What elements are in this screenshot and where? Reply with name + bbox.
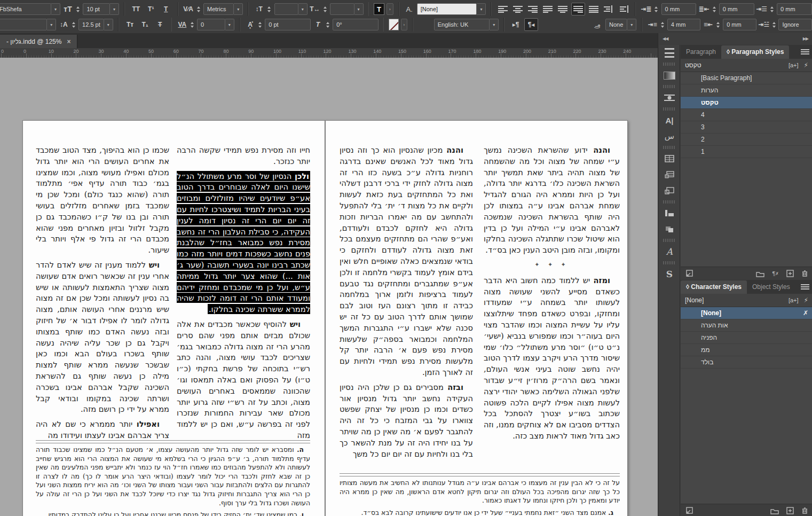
footnote[interactable]: על זה כי לא הבין ענין זה מעצמו כי אברהם … <box>340 479 620 505</box>
middle-east-text-panel-icon[interactable]: س <box>659 128 680 144</box>
style-row-selected[interactable]: טקסט <box>681 97 812 109</box>
style-row[interactable]: 2 <box>681 134 812 146</box>
leading-value[interactable]: 12.5 pt <box>78 19 104 30</box>
style-row[interactable]: [Basic Paragraph] <box>681 72 812 84</box>
text-column[interactable]: והנה מכיון שהנסיון הוא כך וזה נסיון גדול… <box>340 145 473 475</box>
new-style-group-icon[interactable] <box>756 270 764 277</box>
align-left-button[interactable] <box>496 3 509 15</box>
justify-last-left-button[interactable] <box>541 3 554 15</box>
last-line-indent-stepper[interactable] <box>715 19 721 30</box>
character-panel-icon[interactable]: A| <box>659 112 680 128</box>
tab-object-styles[interactable]: Object Styles <box>747 280 795 294</box>
paragraph[interactable]: ויש ללמוד מענין זה שיש לאדם להדר אחרי ענ… <box>36 260 169 415</box>
kerning-value[interactable]: Metrics <box>203 3 234 15</box>
align-right-button[interactable] <box>526 3 539 15</box>
kashida-value[interactable]: None <box>605 19 627 30</box>
horizontal-scale-stepper[interactable] <box>322 4 328 14</box>
chevron-down-icon[interactable]: ▾ <box>354 3 364 15</box>
align-away-spine-button[interactable] <box>617 3 630 15</box>
chevron-down-icon[interactable]: ▾ <box>47 19 56 30</box>
font-size-combo[interactable]: 10 pt ▾ <box>83 3 119 15</box>
create-new-style-icon[interactable] <box>786 270 794 277</box>
style-row[interactable]: הפניה <box>681 332 812 344</box>
font-family-combo[interactable]: FbShefa ▾ <box>0 3 60 15</box>
vertical-scale-value[interactable] <box>274 3 298 15</box>
font-family-value[interactable]: FbShefa <box>0 3 51 15</box>
panel-menu-icon[interactable] <box>801 284 809 290</box>
chevron-down-icon[interactable]: ▾ <box>298 3 308 15</box>
language-combo[interactable]: English: UK ▾ <box>434 19 499 30</box>
baseline-shift-value[interactable]: 0 pt <box>265 19 310 30</box>
collapse-dock-icon[interactable]: ◀◀ <box>663 36 668 41</box>
paragraph-styles-panel-icon[interactable] <box>659 205 680 221</box>
footnote[interactable]: ג. אמנם מצד השני ״זאת נחמתי בעניי״ שעל י… <box>340 509 620 516</box>
panel-collapse-icon[interactable]: ◊ <box>727 48 730 56</box>
load-styles-icon[interactable] <box>685 507 693 515</box>
chevron-down-icon[interactable]: ▾ <box>234 3 243 15</box>
paragraph[interactable]: והנה ידוע שהשראת השכינה נמשך ע״י שמחה של… <box>484 145 620 256</box>
font-style-value[interactable] <box>0 19 47 30</box>
panel-grip[interactable] <box>663 107 676 111</box>
chevron-down-icon[interactable]: ▾ <box>110 3 119 15</box>
horizontal-scale-combo[interactable]: ▾ <box>330 3 363 15</box>
paragraph[interactable]: חייו וזה מסירת נפש תמידי שקשה הרבה יותר … <box>177 145 310 167</box>
fill-color-swatch[interactable]: T <box>374 3 384 15</box>
tab-paragraph-styles[interactable]: ◊ Paragraph Styles <box>721 45 789 59</box>
text-column[interactable]: שכמו כן הוא בהיפוך, מצד הטוב שמכבד את אח… <box>36 145 169 439</box>
same-style-spacing-value[interactable]: Ignore <box>778 19 812 30</box>
create-new-style-icon[interactable] <box>786 507 794 514</box>
panel-menu-icon[interactable] <box>801 49 809 55</box>
first-line-indent-value[interactable]: 4 mm <box>667 19 701 30</box>
expand-dock-icon[interactable]: ▶▶ <box>803 36 808 41</box>
stroke-expand-button[interactable]: › <box>401 19 408 30</box>
paragraph[interactable]: ואפילו יותר מממרא כי שם לא היה צריך אברה… <box>36 419 169 439</box>
stroke-color-swatch[interactable] <box>389 19 398 30</box>
same-style-spacing-stepper[interactable] <box>771 19 777 30</box>
chevron-down-icon[interactable]: ▾ <box>51 3 60 15</box>
style-row-selected[interactable]: [None]✗ <box>681 307 812 319</box>
style-row[interactable]: בולד <box>681 356 812 369</box>
object-styles-panel-icon[interactable] <box>659 221 680 237</box>
pasteboard[interactable]: חייו וזה מסירת נפש תמידי שקשה הרבה יותר … <box>0 58 658 516</box>
tracking-value[interactable]: 0 <box>197 19 225 30</box>
rtl-paragraph-button[interactable]: ¶◂ <box>524 18 538 31</box>
space-before-stepper[interactable] <box>769 4 775 14</box>
chevron-down-icon[interactable]: ▾ <box>627 19 636 30</box>
footnotes[interactable]: על זה כי לא הבין ענין זה מעצמו כי אברהם … <box>340 479 620 516</box>
skew-stepper[interactable] <box>326 19 331 30</box>
panel-grip[interactable] <box>663 261 676 264</box>
swatches-panel-icon[interactable]: S <box>659 266 680 282</box>
skew-value[interactable]: 0° <box>333 19 378 30</box>
left-indent-stepper[interactable] <box>653 4 659 14</box>
right-indent-value[interactable]: 0 mm <box>719 3 754 15</box>
paragraph[interactable]: ויש להוסיף שכאשר מכבדים את אלה שכולם מבז… <box>177 319 310 439</box>
panel-grip[interactable] <box>663 239 676 242</box>
table-panel-icon[interactable] <box>659 151 680 167</box>
tab-character-styles[interactable]: ◊ Character Styles <box>681 280 747 294</box>
panel-grip[interactable] <box>663 146 676 149</box>
chevron-down-icon[interactable]: ▾ <box>104 19 113 30</box>
style-row[interactable]: אות הערה <box>681 319 812 332</box>
right-indent-stepper[interactable] <box>711 4 716 14</box>
justify-last-right-button[interactable] <box>571 3 585 15</box>
font-size-stepper[interactable] <box>75 4 81 14</box>
footnote[interactable]: ה. ומסברא יש לומר שזה גדול יותר מהעושה ע… <box>36 445 310 507</box>
font-style-combo[interactable]: ▾ <box>0 19 56 30</box>
paragraph[interactable]: ובזה מסבירים גם כן שלכן היה נסיון העקידה… <box>340 382 473 460</box>
first-line-indent-stepper[interactable] <box>660 19 665 30</box>
last-line-indent-value[interactable]: 0 mm <box>723 19 756 30</box>
paragraph[interactable]: ומזה יש ללמוד כמה חשוב היא הדבר כשאדם מס… <box>484 275 620 442</box>
leading-stepper[interactable] <box>71 19 76 30</box>
align-to-spine-button[interactable] <box>602 3 615 15</box>
character-style-combo[interactable]: [None] ▾ <box>417 3 486 15</box>
fill-expand-button[interactable]: › <box>387 3 393 15</box>
page-right[interactable]: והנה ידוע שהשראת השכינה נמשך ע״י שמחה של… <box>325 120 628 516</box>
small-caps-button[interactable]: Tт <box>124 19 137 30</box>
paragraph[interactable]: שכמו כן הוא בהיפוך, מצד הטוב שמכבד את אח… <box>36 145 169 256</box>
tab-paragraph[interactable]: Paragraph <box>681 45 721 59</box>
subscript-button[interactable]: T₁ <box>139 19 152 30</box>
all-caps-button[interactable]: TT <box>130 3 143 15</box>
table-styles-panel-icon[interactable] <box>659 183 680 199</box>
chevron-down-icon[interactable]: ▾ <box>225 19 234 30</box>
tracking-stepper[interactable] <box>190 19 195 30</box>
